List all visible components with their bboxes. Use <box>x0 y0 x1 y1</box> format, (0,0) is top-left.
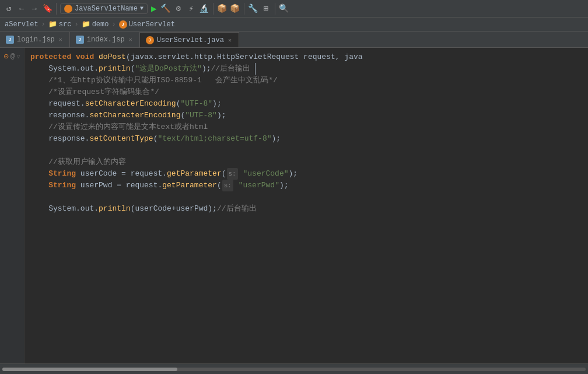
code-line-8: response. setContentType ( "text/html;ch… <box>24 133 588 145</box>
fn-dopost: doPost <box>99 51 126 63</box>
tools-icon[interactable]: 🔧 <box>248 4 258 14</box>
editor-tabs: J login.jsp ✕ J index.jsp ✕ J UserServle… <box>0 32 588 48</box>
str-content-type: "text/html;charset=utf-8" <box>158 133 271 145</box>
cls-system: System <box>48 63 76 75</box>
login-jsp-icon: J <box>6 36 14 44</box>
breadcrumb: aServlet › 📁 src › 📁 demo › J UserServle… <box>0 18 588 32</box>
arrow-icon: ⊙ <box>4 51 8 61</box>
coverage-icon[interactable]: ⚙ <box>173 4 184 14</box>
cls-system2: System <box>48 203 76 215</box>
tab-close-login[interactable]: ✕ <box>58 36 64 44</box>
code-line-12: String userPwd = request. getParameter (… <box>24 180 588 191</box>
code-line-3: /*1、在http协议传输中只能用ISO-8859-1 会产生中文乱码*/ <box>24 75 588 86</box>
tab-label-userservlet: UserServlet.java <box>157 36 224 44</box>
src-folder-icon: 📁 <box>48 20 57 29</box>
fn-get-param1: getParameter <box>167 168 222 180</box>
vcs-icon[interactable]: 📦 <box>217 4 228 14</box>
text-cursor <box>250 63 256 75</box>
code-line-1: protected void doPost (javax.servlet.htt… <box>24 51 588 63</box>
separator-3 <box>244 3 244 15</box>
breadcrumb-demo[interactable]: 📁 demo <box>82 20 109 29</box>
forward-icon[interactable]: → <box>29 4 40 14</box>
tab-userservlet-java[interactable]: J UserServlet.java ✕ <box>140 32 239 47</box>
str-userpwd: "userPwd" <box>239 180 279 191</box>
tab-label-login: login.jsp <box>17 36 55 44</box>
demo-label: demo <box>92 20 109 29</box>
fn-set-char-enc: setCharacterEncoding <box>85 98 176 110</box>
triangle-icon: ▽ <box>17 53 20 60</box>
horizontal-scrollbar[interactable] <box>0 363 588 374</box>
file-label: UserServlet <box>129 20 175 29</box>
kw-protected: protected <box>30 51 71 63</box>
inspect-icon[interactable]: 🔬 <box>199 4 209 14</box>
layout-icon[interactable]: ⊞ <box>261 4 271 14</box>
build-icon[interactable]: 🔨 <box>160 4 171 14</box>
code-line-4: /*设置request字符编码集合*/ <box>24 86 588 98</box>
separator-1 <box>56 3 57 15</box>
scrollbar-track[interactable] <box>2 368 586 371</box>
fn-println2: println <box>99 203 131 215</box>
code-line-5: request. setCharacterEncoding ( "UTF-8" … <box>24 98 588 110</box>
code-line-6: response. setCharacterEncoding ( "UTF-8"… <box>24 110 588 121</box>
editor-container: ⊙ @ ▽ protected void doPost (javax.servl… <box>0 48 588 363</box>
code-editor[interactable]: protected void doPost (javax.servlet.htt… <box>24 48 588 363</box>
breadcrumb-sep-3: › <box>111 20 116 29</box>
breadcrumb-sep-1: › <box>41 20 46 29</box>
tab-close-userservlet[interactable]: ✕ <box>227 36 233 44</box>
fn-println1: println <box>99 63 131 75</box>
code-line-7: //设置传过来的内容可能是文本text或者html <box>24 121 588 133</box>
code-line-9 <box>24 145 588 156</box>
kw-string1: String <box>48 168 76 180</box>
search-icon[interactable]: 🔍 <box>279 4 289 14</box>
cmt-4: //设置传过来的内容可能是文本text或者html <box>30 121 208 133</box>
kw-void: void <box>76 51 94 63</box>
breadcrumb-project[interactable]: aServlet <box>5 20 38 29</box>
cmt-1: //后台输出 <box>211 63 251 75</box>
kw-string2: String <box>48 180 76 191</box>
str-utf8-2: "UTF-8" <box>185 110 217 121</box>
run-config-selector[interactable]: JavaServletName ▼ <box>60 4 148 14</box>
index-jsp-icon: J <box>76 36 84 44</box>
breadcrumb-file[interactable]: J UserServlet <box>119 20 175 29</box>
code-line-14: System . out . println (userCode+userPwd… <box>24 203 588 215</box>
breadcrumb-src[interactable]: 📁 src <box>48 20 72 29</box>
editor-gutter: ⊙ @ ▽ <box>0 48 24 363</box>
tab-index-jsp[interactable]: J index.jsp ✕ <box>70 32 140 47</box>
userservlet-java-icon: J <box>146 36 154 44</box>
separator-2 <box>213 3 214 15</box>
dropdown-arrow-icon: ▼ <box>140 5 144 12</box>
cmt-2: /*1、在http协议传输中只能用ISO-8859-1 会产生中文乱码*/ <box>30 75 278 86</box>
tab-label-index: index.jsp <box>87 36 125 44</box>
fn-content-type: setContentType <box>89 133 153 145</box>
run-config-logo <box>64 5 72 13</box>
src-label: src <box>59 20 72 29</box>
gutter-icons: ⊙ @ ▽ <box>4 51 20 61</box>
bookmark-icon[interactable]: 🔖 <box>42 4 52 14</box>
separator-4 <box>275 3 275 15</box>
toolbar: ↺ ← → 🔖 JavaServletName ▼ ▶ 🔨 ⚙ ⚡ 🔬 📦 📦 … <box>0 0 588 18</box>
refresh-icon[interactable]: ↺ <box>4 4 14 14</box>
breadcrumb-sep-2: › <box>74 20 78 29</box>
tab-login-jsp[interactable]: J login.jsp ✕ <box>0 32 70 47</box>
fn-get-param2: getParameter <box>162 180 217 191</box>
demo-folder-icon: 📁 <box>82 20 90 29</box>
tab-close-index[interactable]: ✕ <box>128 36 134 44</box>
profile-icon[interactable]: ⚡ <box>186 4 197 14</box>
cmt-5: //获取用户输入的内容 <box>30 156 126 168</box>
code-line-13 <box>24 191 588 203</box>
cmt-6: //后台输出 <box>217 203 257 215</box>
project-label: aServlet <box>5 20 38 29</box>
run-button[interactable]: ▶ <box>150 3 158 15</box>
str-utf8-1: "UTF-8" <box>180 98 212 110</box>
code-line-11: String userCode = request. getParameter … <box>24 168 588 180</box>
code-line-2: System . out . println ( "这是DoPost方法" );… <box>24 63 588 75</box>
vcs2-icon[interactable]: 📦 <box>230 4 240 14</box>
param-hint-s2: s: <box>222 180 233 191</box>
scrollbar-thumb[interactable] <box>2 368 177 371</box>
str-dopost: "这是DoPost方法" <box>135 63 201 75</box>
code-line-10: //获取用户输入的内容 <box>24 156 588 168</box>
fn-resp-char-enc: setCharacterEncoding <box>89 110 180 121</box>
str-usercode: "userCode" <box>243 168 289 180</box>
java-file-icon: J <box>119 20 127 29</box>
back-icon[interactable]: ← <box>16 4 27 14</box>
